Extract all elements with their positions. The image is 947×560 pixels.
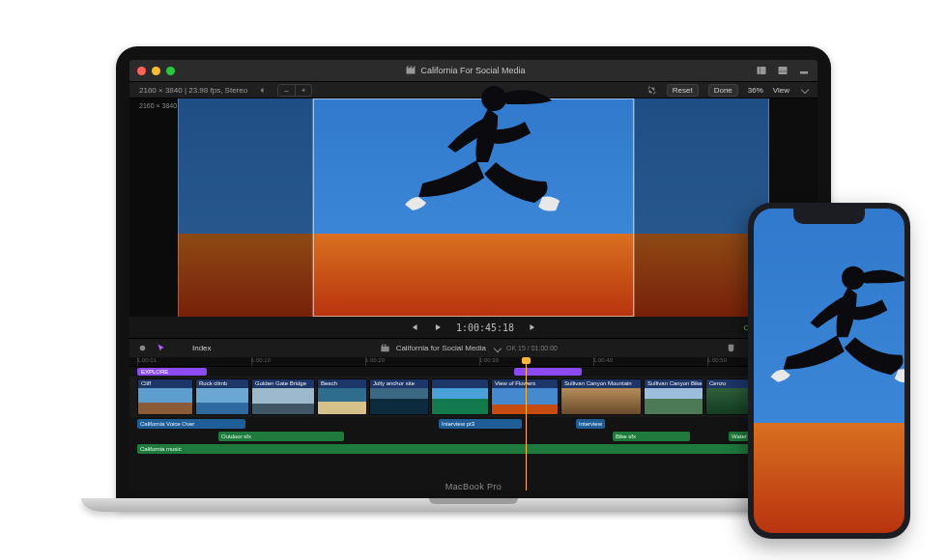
- crop-icon[interactable]: [646, 85, 657, 96]
- video-clip[interactable]: Rock climb: [195, 378, 249, 415]
- macbook-frame: California For Social Media 2160 × 3840 …: [116, 46, 831, 510]
- chevron-down-icon: [801, 86, 809, 94]
- video-clip[interactable]: Sullivan Canyon Mountain: [560, 378, 642, 415]
- viewer-left-gutter: [129, 98, 178, 317]
- runner-figure: [380, 73, 592, 257]
- timeline-project-name: California for Social Media: [396, 344, 486, 352]
- timeline[interactable]: 1:00:011:00:101:00:201:00:301:00:401:00:…: [129, 357, 818, 490]
- ruler-label: 1:00:10: [251, 357, 271, 363]
- timeline-title[interactable]: California for Social Media OK 15 / 01:0…: [380, 343, 558, 353]
- video-clip[interactable]: Cliff: [137, 378, 193, 415]
- arrow-back-icon[interactable]: [257, 85, 268, 96]
- ruler-label: 1:00:50: [707, 357, 727, 363]
- svg-rect-1: [779, 67, 788, 74]
- audio-track-sfx[interactable]: Outdoor sfxBike sfxWater sfx: [129, 431, 818, 442]
- svg-point-3: [140, 346, 146, 351]
- macbook-label: MacBook Pro: [445, 482, 502, 491]
- clapboard-icon: [380, 343, 390, 353]
- timeline-stats: OK 15 / 01:00:00: [506, 345, 558, 351]
- video-clip[interactable]: [431, 378, 489, 415]
- clip-label: Rock climb: [196, 379, 248, 388]
- clip-label: View of Flowers: [492, 379, 558, 388]
- timeline-toggle-icon[interactable]: [777, 65, 789, 76]
- minimize-icon[interactable]: [152, 67, 160, 75]
- video-track[interactable]: CliffRock climbGolden Gate BridgeBeachJo…: [129, 377, 818, 417]
- prev-frame-icon[interactable]: [410, 322, 419, 332]
- transport-bar: 1:00:45:18 OK 15 / 01:00:00: [129, 317, 818, 338]
- crop-mask-left: [178, 98, 313, 317]
- done-button[interactable]: Done: [708, 84, 738, 97]
- audio-clip[interactable]: California music: [137, 444, 810, 454]
- audio-track-dialogue[interactable]: California Voice OverInterview pt3Interv…: [129, 418, 818, 430]
- audio-clip[interactable]: California Voice Over: [137, 419, 245, 429]
- viewer: 2160 × 3840 | 23.98 fps, Stereo: [129, 98, 818, 317]
- video-clip[interactable]: Beach: [317, 378, 367, 415]
- arrow-tool-icon[interactable]: [156, 343, 166, 353]
- audio-clip[interactable]: Interview pt3: [439, 419, 522, 429]
- trim-tool-icon[interactable]: [174, 343, 185, 353]
- iphone-frame: [748, 203, 910, 539]
- audio-clip[interactable]: Bike sfx: [613, 432, 690, 441]
- clip-label: Golden Gate Bridge: [252, 379, 314, 388]
- close-icon[interactable]: [137, 67, 146, 75]
- clip-label: Beach: [318, 379, 366, 388]
- video-clip[interactable]: Jolly anchor site: [369, 378, 429, 415]
- video-clip[interactable]: Golden Gate Bridge: [251, 378, 315, 415]
- index-button[interactable]: Index: [192, 344, 212, 352]
- audio-track-music[interactable]: California music: [129, 443, 818, 455]
- iphone-notch: [793, 209, 865, 224]
- clip-label: Cliff: [138, 379, 192, 388]
- share-icon[interactable]: [798, 65, 810, 76]
- play-icon[interactable]: [433, 322, 443, 332]
- svg-rect-4: [381, 347, 388, 352]
- video-clip[interactable]: View of Flowers: [491, 378, 559, 415]
- clip-media-info: 2160 × 3840 | 23.98 fps, Stereo: [139, 86, 247, 95]
- fullscreen-icon[interactable]: [166, 67, 175, 75]
- ruler-label: 1:00:30: [479, 357, 499, 363]
- canvas[interactable]: [178, 98, 769, 317]
- clip-label: Sullivan Canyon Mountain: [561, 379, 641, 388]
- clip-label: Sullivan Canyon Bike 360: [645, 379, 703, 388]
- ruler-label: 1:00:20: [365, 357, 385, 363]
- next-frame-icon[interactable]: [528, 322, 537, 332]
- clip-toggle-group[interactable]: –+: [277, 84, 312, 97]
- runner-figure: [754, 255, 904, 426]
- clip-label: [432, 379, 488, 388]
- iphone-screen: [754, 209, 904, 533]
- svg-rect-0: [758, 67, 766, 74]
- audio-clip[interactable]: Interview pt5: [576, 419, 605, 429]
- video-clip[interactable]: Sullivan Canyon Bike 360: [644, 378, 703, 415]
- timecode: 1:00:45:18: [456, 322, 514, 333]
- title-clip[interactable]: [514, 368, 582, 376]
- zoom-percent[interactable]: 36%: [748, 86, 763, 95]
- title-clip[interactable]: EXPLORE CALIFORNIA: [137, 368, 207, 376]
- chevron-down-icon: [494, 344, 502, 351]
- ruler-label: 1:00:40: [593, 357, 613, 363]
- audio-clip[interactable]: Outdoor sfx: [218, 432, 344, 441]
- app-window: California For Social Media 2160 × 3840 …: [129, 60, 818, 490]
- timeline-toolbar: Index California for Social Media OK 15 …: [129, 338, 818, 357]
- ruler[interactable]: 1:00:011:00:101:00:201:00:301:00:401:00:…: [129, 357, 818, 367]
- library-toggle-icon[interactable]: [756, 65, 767, 76]
- clip-label: Jolly anchor site: [370, 379, 428, 388]
- snapping-icon[interactable]: [726, 343, 736, 353]
- ruler-label: 1:00:01: [137, 357, 157, 363]
- titles-track[interactable]: EXPLORE CALIFORNIA: [129, 367, 818, 377]
- view-menu[interactable]: View: [773, 86, 789, 95]
- playhead[interactable]: [526, 357, 527, 490]
- reset-button[interactable]: Reset: [667, 84, 699, 97]
- record-vo-icon[interactable]: [137, 343, 148, 353]
